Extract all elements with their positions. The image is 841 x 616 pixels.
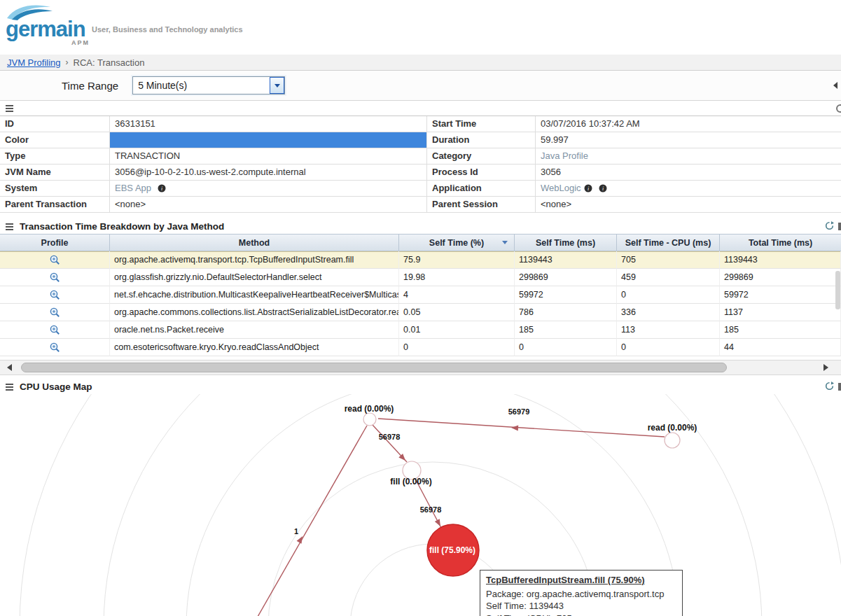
refresh-icon[interactable] — [825, 382, 834, 391]
tooltip-self-cpu: Self Time (CPU): 705 — [486, 612, 676, 616]
tooltip-self-time: Self Time: 1139443 — [486, 600, 676, 612]
table-row[interactable]: org.apache.activemq.transport.tcp.TcpBuf… — [0, 251, 841, 269]
breakdown-section-header: Transaction Time Breakdown by Java Metho… — [0, 219, 841, 234]
svg-text:i: i — [588, 186, 589, 192]
detail-label: Duration — [427, 132, 536, 148]
self-cpu-cell: 0 — [617, 339, 720, 356]
detail-value-type: TRANSACTION — [110, 148, 427, 164]
detail-label: Parent Transaction — [0, 197, 110, 213]
cpu-map-canvas: 56979 56978 56978 1 read (0.00%) read (0… — [0, 394, 841, 616]
table-row[interactable]: org.glassfish.grizzly.nio.DefaultSelecto… — [0, 269, 841, 286]
breadcrumb-link-jvm-profiling[interactable]: JVM Profiling — [7, 57, 61, 68]
cpu-usage-map: 56979 56978 56978 1 read (0.00%) read (0… — [0, 394, 841, 616]
app-header: germain APM User, Business and Technolog… — [0, 0, 841, 55]
profile-cell — [0, 321, 110, 339]
horizontal-scrollbar[interactable] — [0, 360, 841, 375]
total-ms-cell: 59972 — [720, 286, 841, 304]
detail-value-color — [110, 132, 427, 148]
refresh-icon[interactable] — [825, 221, 834, 230]
self-pct-cell: 75.9 — [399, 251, 515, 269]
table-row[interactable]: org.apache.commons.collections.list.Abst… — [0, 304, 841, 321]
tagline: User, Business and Technology analytics — [92, 25, 243, 34]
column-header-method[interactable]: Method — [110, 234, 399, 251]
detail-value-jvm-name: 3056@ip-10-0-2-10.us-west-2.compute.inte… — [110, 164, 427, 181]
details-toolbar — [0, 101, 841, 115]
detail-value-system: EBS App i — [110, 181, 427, 197]
export-icon[interactable] — [838, 223, 841, 230]
info-icon[interactable]: i — [158, 182, 166, 197]
detail-value-duration: 59.997 — [536, 132, 841, 148]
time-range-select[interactable]: 5 Minute(s) — [132, 76, 285, 94]
detail-label: Start Time — [427, 116, 536, 132]
detail-value-category: Java Profile — [536, 148, 841, 164]
detail-value-application: WebLogic i i — [536, 181, 841, 197]
magnifier-icon[interactable] — [50, 255, 60, 265]
profile-cell — [0, 339, 110, 356]
export-icon[interactable] — [838, 383, 841, 391]
column-header-self-time-pct[interactable]: Self Time (%) — [399, 234, 515, 251]
vertical-scrollbar-thumb[interactable] — [835, 271, 840, 309]
total-ms-cell: 1137 — [720, 304, 841, 321]
detail-label: System — [0, 181, 110, 197]
edge-weight-label: 56978 — [379, 433, 401, 441]
column-header-profile[interactable]: Profile — [0, 234, 110, 251]
svg-text:i: i — [161, 186, 162, 192]
scroll-right-icon[interactable] — [823, 364, 828, 371]
detail-label: Type — [0, 148, 110, 164]
detail-value-process-id: 3056 — [536, 164, 841, 181]
self-ms-cell: 185 — [515, 321, 617, 339]
column-header-total-time[interactable]: Total Time (ms) — [720, 234, 841, 251]
detail-label: Parent Session — [427, 197, 536, 213]
table-row[interactable]: oracle.net.ns.Packet.receive 0.01 185 11… — [0, 321, 841, 339]
magnifier-icon[interactable] — [50, 342, 60, 353]
menu-icon[interactable] — [6, 223, 13, 230]
method-cell: net.sf.ehcache.distribution.MulticastKee… — [110, 286, 399, 304]
column-header-self-time-ms[interactable]: Self Time (ms) — [515, 234, 617, 251]
self-ms-cell: 59972 — [515, 286, 617, 304]
detail-label: ID — [0, 116, 110, 132]
application-link[interactable]: WebLogic — [541, 183, 581, 193]
self-pct-cell: 19.98 — [399, 269, 515, 286]
total-ms-cell: 185 — [720, 321, 841, 339]
total-ms-cell: 299869 — [720, 269, 841, 286]
node-label: fill (75.90%) — [429, 545, 475, 555]
system-link[interactable]: EBS App — [115, 183, 151, 193]
magnifier-icon[interactable] — [50, 272, 60, 283]
magnifier-icon[interactable] — [50, 325, 60, 335]
settings-icon[interactable] — [836, 104, 841, 113]
logo-text: germain — [6, 17, 85, 42]
map-node-read-right[interactable] — [665, 433, 680, 448]
info-icon[interactable]: i — [599, 182, 607, 197]
sort-desc-icon[interactable] — [502, 241, 508, 244]
category-link[interactable]: Java Profile — [541, 150, 588, 161]
profile-cell — [0, 269, 110, 286]
chevron-down-icon[interactable] — [270, 77, 284, 94]
collapse-left-icon[interactable] — [833, 82, 837, 89]
node-label: read (0.00%) — [648, 423, 697, 433]
scrollbar-thumb[interactable] — [21, 363, 727, 372]
profile-cell — [0, 251, 110, 269]
self-pct-cell: 4 — [399, 286, 515, 304]
column-header-self-time-cpu[interactable]: Self Time - CPU (ms) — [617, 234, 720, 251]
method-cell: oracle.net.ns.Packet.receive — [110, 321, 399, 339]
node-label: fill (0.00%) — [390, 477, 431, 486]
detail-label: Application — [427, 181, 536, 197]
table-row[interactable]: net.sf.ehcache.distribution.MulticastKee… — [0, 286, 841, 304]
logo-subtitle: APM — [71, 39, 90, 46]
method-cell: com.esotericsoftware.kryo.Kryo.readClass… — [110, 339, 399, 356]
breakdown-title: Transaction Time Breakdown by Java Metho… — [20, 221, 224, 232]
info-icon[interactable]: i — [584, 182, 592, 197]
map-node-read-top[interactable] — [363, 413, 376, 426]
menu-icon[interactable] — [6, 105, 13, 112]
detail-value-start-time: 03/07/2016 10:37:42 AM — [536, 116, 841, 132]
cpu-map-section-header: CPU Usage Map — [0, 379, 841, 394]
table-row[interactable]: com.esotericsoftware.kryo.Kryo.readClass… — [0, 339, 841, 356]
magnifier-icon[interactable] — [50, 307, 60, 318]
self-cpu-cell: 459 — [617, 269, 720, 286]
detail-label: Color — [0, 132, 110, 148]
menu-icon[interactable] — [6, 384, 13, 391]
magnifier-icon[interactable] — [50, 290, 60, 300]
scroll-left-icon[interactable] — [7, 364, 12, 371]
self-cpu-cell: 113 — [617, 321, 720, 339]
transaction-details-table: ID 36313151 Start Time 03/07/2016 10:37:… — [0, 115, 841, 213]
